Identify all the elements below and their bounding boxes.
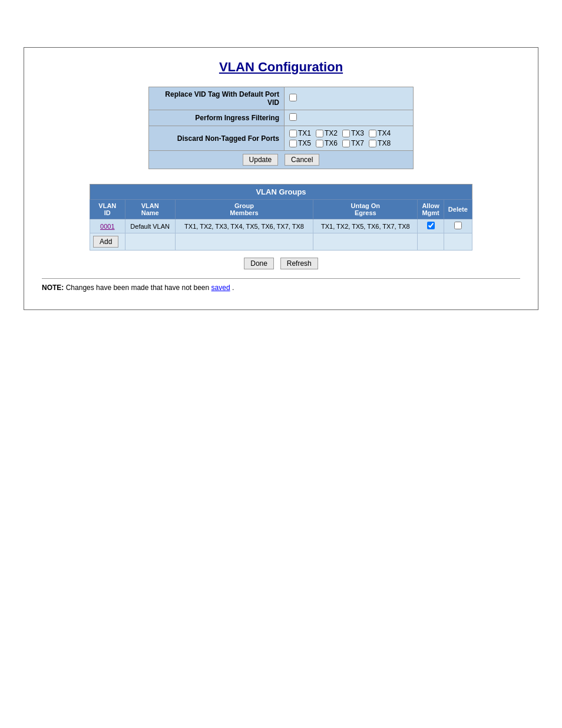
vlan-delete-checkbox[interactable] <box>454 222 462 229</box>
replace-vid-row: Replace VID Tag With Default Port VID <box>149 87 414 110</box>
note-suffix: . <box>232 284 234 292</box>
port-tx2[interactable]: TX2 <box>316 129 338 137</box>
vlan-groups-table: VLAN Groups VLANID VLANName GroupMembers… <box>90 184 472 251</box>
ports-row1: TX1 TX2 TX3 TX4 <box>289 129 408 137</box>
port-tx5[interactable]: TX5 <box>289 139 311 147</box>
port-tx1[interactable]: TX1 <box>289 129 311 137</box>
refresh-button[interactable]: Refresh <box>280 258 318 269</box>
port-tx7[interactable]: TX7 <box>342 139 364 147</box>
vlan-allow-mgmt-checkbox[interactable] <box>427 222 435 229</box>
discard-non-tagged-label: Discard Non-Tagged For Ports <box>149 126 285 151</box>
port-tx4[interactable]: TX4 <box>369 129 391 137</box>
add-empty-5 <box>444 233 472 251</box>
port-tx4-checkbox[interactable] <box>369 130 376 137</box>
col-allow-mgmt: AllowMgmt <box>418 200 444 219</box>
ingress-filtering-checkbox[interactable] <box>289 113 297 121</box>
vlan-header-row: VLANID VLANName GroupMembers Untag OnEgr… <box>90 200 472 219</box>
add-empty-3 <box>313 233 418 251</box>
note-saved-link[interactable]: saved <box>211 284 230 292</box>
ports-row2: TX5 TX6 TX7 TX8 <box>289 139 408 147</box>
discard-non-tagged-row: Discard Non-Tagged For Ports TX1 TX2 TX3 <box>149 126 414 151</box>
port-tx3[interactable]: TX3 <box>342 129 364 137</box>
action-row: Done Refresh <box>90 258 472 269</box>
port-tx8-checkbox[interactable] <box>369 140 376 147</box>
col-group-members: GroupMembers <box>175 200 313 219</box>
port-tx1-label: TX1 <box>298 129 311 137</box>
vlan-id-link[interactable]: 0001 <box>100 223 114 230</box>
col-vlan-name: VLANName <box>125 200 175 219</box>
vlan-delete-cell <box>444 219 472 233</box>
add-empty-2 <box>175 233 313 251</box>
note-row: NOTE: Changes have been made that have n… <box>42 278 520 292</box>
done-button[interactable]: Done <box>244 258 274 269</box>
port-tx2-checkbox[interactable] <box>316 130 323 137</box>
port-tx3-checkbox[interactable] <box>342 130 350 137</box>
port-tx5-checkbox[interactable] <box>289 140 297 147</box>
col-delete: Delete <box>444 200 472 219</box>
add-button[interactable]: Add <box>93 236 118 248</box>
vlan-members-cell: TX1, TX2, TX3, TX4, TX5, TX6, TX7, TX8 <box>175 219 313 233</box>
col-untag-egress: Untag OnEgress <box>313 200 418 219</box>
port-tx7-checkbox[interactable] <box>342 140 350 147</box>
ingress-filtering-label: Perform Ingress Filtering <box>149 110 285 126</box>
port-tx2-label: TX2 <box>325 129 338 137</box>
port-tx8-label: TX8 <box>378 139 391 147</box>
update-button[interactable]: Update <box>243 154 279 166</box>
port-tx7-label: TX7 <box>351 139 364 147</box>
vlan-id-cell: 0001 <box>90 219 125 233</box>
main-container: VLAN Configuration Replace VID Tag With … <box>24 47 538 310</box>
config-form: Replace VID Tag With Default Port VID Pe… <box>148 87 414 169</box>
port-tx6-checkbox[interactable] <box>316 140 323 147</box>
replace-vid-checkbox[interactable] <box>289 94 297 101</box>
form-buttons-cell: Update Cancel <box>149 151 414 169</box>
ingress-filtering-row: Perform Ingress Filtering <box>149 110 414 126</box>
replace-vid-label: Replace VID Tag With Default Port VID <box>149 87 285 110</box>
replace-vid-value <box>285 87 414 110</box>
discard-non-tagged-value: TX1 TX2 TX3 TX4 <box>285 126 414 151</box>
vlan-name-cell: Default VLAN <box>125 219 175 233</box>
port-tx6-label: TX6 <box>325 139 338 147</box>
vlan-add-row: Add <box>90 233 472 251</box>
vlan-groups-section: VLAN Groups VLANID VLANName GroupMembers… <box>90 184 472 269</box>
port-tx3-label: TX3 <box>351 129 364 137</box>
port-tx1-checkbox[interactable] <box>289 130 297 137</box>
vlan-allow-mgmt-cell <box>418 219 444 233</box>
port-tx8[interactable]: TX8 <box>369 139 391 147</box>
note-text: Changes have been made that have not bee… <box>66 284 211 292</box>
vlan-untag-egress-cell: TX1, TX2, TX5, TX6, TX7, TX8 <box>313 219 418 233</box>
ingress-filtering-value <box>285 110 414 126</box>
form-buttons-row: Update Cancel <box>149 151 414 169</box>
add-cell: Add <box>90 233 125 251</box>
col-vlan-id: VLANID <box>90 200 125 219</box>
cancel-button[interactable]: Cancel <box>285 154 319 166</box>
table-row: 0001 Default VLAN TX1, TX2, TX3, TX4, TX… <box>90 219 472 233</box>
vlan-groups-title: VLAN Groups <box>90 185 472 200</box>
page-title: VLAN Configuration <box>42 60 520 75</box>
port-tx5-label: TX5 <box>298 139 311 147</box>
port-tx6[interactable]: TX6 <box>316 139 338 147</box>
add-empty-4 <box>418 233 444 251</box>
vlan-groups-title-row: VLAN Groups <box>90 185 472 200</box>
port-tx4-label: TX4 <box>378 129 391 137</box>
note-label: NOTE: <box>42 284 64 292</box>
add-empty-1 <box>125 233 175 251</box>
